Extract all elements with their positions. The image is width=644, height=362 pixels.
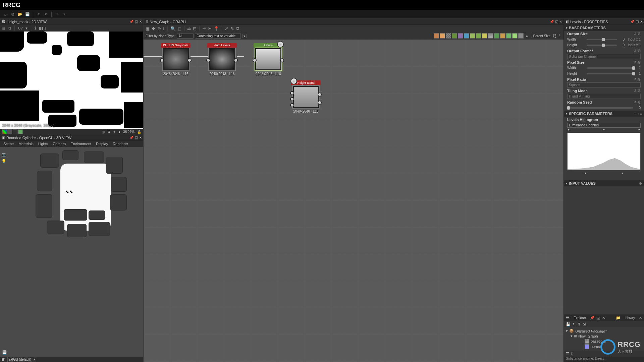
tree-graph[interactable]: ▾ ⊞ New_Graph: [566, 334, 642, 339]
tool-move-icon[interactable]: ✥: [152, 26, 155, 31]
close-icon[interactable]: ✕: [639, 316, 642, 320]
tool-select-icon[interactable]: ▦: [146, 26, 150, 31]
swatch-green[interactable]: [18, 129, 23, 134]
close-icon[interactable]: ✕: [559, 20, 562, 23]
palette-item[interactable]: [506, 33, 512, 39]
reset-icon[interactable]: ↺: [634, 49, 636, 53]
palette-item[interactable]: [500, 33, 505, 39]
reset-icon[interactable]: ↺: [634, 77, 636, 81]
save-3d-icon[interactable]: 💾: [2, 350, 7, 355]
tab-explorer[interactable]: Explorer: [572, 315, 588, 320]
btn-icon[interactable]: ↕: [637, 112, 639, 116]
link-icon[interactable]: ⛓: [637, 100, 641, 104]
uv-drop-icon[interactable]: ▾: [25, 26, 28, 31]
gear-icon[interactable]: ⚙: [639, 182, 642, 185]
folder-icon[interactable]: 📁: [616, 316, 621, 320]
filter-drop-icon[interactable]: ▾: [242, 34, 247, 38]
ps-width-slider[interactable]: [587, 67, 633, 69]
home-icon[interactable]: ⌂: [3, 12, 8, 17]
camera-icon[interactable]: 📷: [1, 152, 6, 157]
node-autolevels[interactable]: Auto Levels 2048x2048 - L16: [207, 43, 237, 76]
tri-right-icon[interactable]: ▼: [638, 128, 641, 131]
link-icon[interactable]: ⛓: [637, 32, 641, 36]
levels-histogram[interactable]: [567, 133, 641, 170]
node-levels[interactable]: Levels 2048x2048 - L16 ◉: [254, 43, 283, 76]
more-icon[interactable]: »: [526, 34, 528, 38]
close-icon[interactable]: ✕: [640, 20, 643, 23]
refresh-icon[interactable]: ↻: [573, 322, 576, 326]
tool-search-icon[interactable]: 🔍: [170, 26, 176, 31]
undo-drop-icon[interactable]: ▾: [43, 12, 49, 17]
close-icon[interactable]: ✕: [139, 20, 142, 23]
port-in[interactable]: [253, 58, 257, 62]
node-badge-icon[interactable]: ◉: [277, 41, 284, 48]
menu-lights[interactable]: Lights: [38, 142, 48, 146]
tool-arrange-icon[interactable]: ⊟: [193, 26, 197, 31]
specific-parameters-header[interactable]: ▾ SPECIFIC PARAMETERS ⊡↕≡: [564, 111, 644, 117]
tiling-mode-dropdown[interactable]: H and V Tiling: [567, 94, 641, 99]
palette-item[interactable]: [440, 33, 445, 39]
parent-size-icon[interactable]: ⛓: [553, 34, 556, 38]
tool-expand-icon[interactable]: ⤢: [225, 26, 228, 31]
tri-mid-icon[interactable]: ▼: [602, 128, 605, 131]
tool-zoom-icon[interactable]: ⊕: [157, 26, 161, 31]
copy-icon[interactable]: ⧉: [8, 26, 11, 31]
view3d-canvas[interactable]: 📷 💡 ⬉⬉ 💾: [0, 147, 143, 357]
height-slider[interactable]: [587, 45, 617, 46]
popout-icon[interactable]: ◱: [597, 316, 600, 320]
menu-environment[interactable]: Environment: [70, 142, 91, 146]
palette-item[interactable]: [470, 33, 475, 39]
pin-icon[interactable]: 📌: [550, 20, 554, 23]
tri-left-icon[interactable]: ▼: [567, 128, 570, 131]
link-icon[interactable]: ⛓: [637, 60, 641, 64]
port-in[interactable]: [206, 58, 210, 62]
link-icon[interactable]: ⛓: [637, 49, 641, 53]
histogram-icon[interactable]: ▮▮▯: [39, 26, 46, 31]
tri-out-right-icon[interactable]: ▲: [621, 172, 624, 175]
tree-package[interactable]: ▾ 📦 Unsaved Package*: [566, 328, 642, 334]
input-values-header[interactable]: ▾ INPUT VALUES ⚙: [564, 180, 644, 186]
lock-icon[interactable]: 🔒: [137, 130, 141, 134]
tool-info-icon[interactable]: ℹ: [163, 26, 165, 31]
tree-icon[interactable]: ☰: [566, 352, 569, 356]
close-icon[interactable]: ✕: [602, 316, 605, 320]
tri-out-left-icon[interactable]: ▲: [584, 172, 587, 175]
popout-icon[interactable]: ◱: [636, 20, 639, 23]
filter-text-dropdown[interactable]: Containing text or variable: [195, 34, 240, 39]
pixel-ratio-dropdown[interactable]: Square: [567, 82, 641, 87]
tool-edit-icon[interactable]: ✎: [230, 26, 234, 31]
port-out[interactable]: [187, 58, 192, 62]
fit-icon[interactable]: ⇕: [108, 130, 110, 134]
reset-icon[interactable]: ↺: [634, 32, 636, 36]
link-icon[interactable]: ⛓: [637, 77, 641, 81]
close-icon[interactable]: ✕: [139, 136, 142, 139]
upload-icon[interactable]: ⇧: [578, 322, 581, 326]
palette-item[interactable]: [458, 33, 463, 39]
parent-size-icon2[interactable]: ⋮: [558, 34, 561, 38]
palette-item[interactable]: [476, 33, 481, 39]
center-icon[interactable]: ✶: [113, 130, 116, 134]
pin-icon[interactable]: 📌: [129, 20, 133, 23]
menu-scene[interactable]: Scene: [3, 142, 14, 146]
graph-canvas[interactable]: Blur HQ Grayscale 2048x2048 - L16 Auto L…: [144, 40, 564, 362]
palette-item[interactable]: [494, 33, 499, 39]
reset-icon[interactable]: ↺: [634, 60, 636, 64]
swatch-dark[interactable]: [13, 129, 17, 134]
port-out[interactable]: [280, 58, 284, 62]
palette-item[interactable]: [518, 33, 524, 39]
undo-icon[interactable]: ↶: [36, 12, 41, 17]
redo-icon[interactable]: ↷: [54, 12, 60, 17]
popout-icon[interactable]: ◱: [135, 136, 138, 139]
info-icon[interactable]: ℹ: [571, 352, 573, 356]
view2d-canvas[interactable]: 2048 x 2048 (Grayscale, 16bpc): [0, 32, 143, 129]
dot-icon[interactable]: ●: [118, 130, 120, 134]
light-icon[interactable]: 💡: [1, 159, 6, 164]
swatch-gray[interactable]: [7, 129, 12, 134]
tool-pin2-icon[interactable]: 📍: [214, 26, 219, 31]
btn-icon[interactable]: ⊡: [634, 112, 636, 116]
tool-align-icon[interactable]: ⇉: [187, 26, 191, 31]
menu-camera[interactable]: Camera: [53, 142, 66, 146]
save-icon[interactable]: 💾: [566, 322, 571, 326]
width-slider[interactable]: [587, 39, 617, 40]
tool-crop-icon[interactable]: ⧉: [236, 26, 239, 31]
